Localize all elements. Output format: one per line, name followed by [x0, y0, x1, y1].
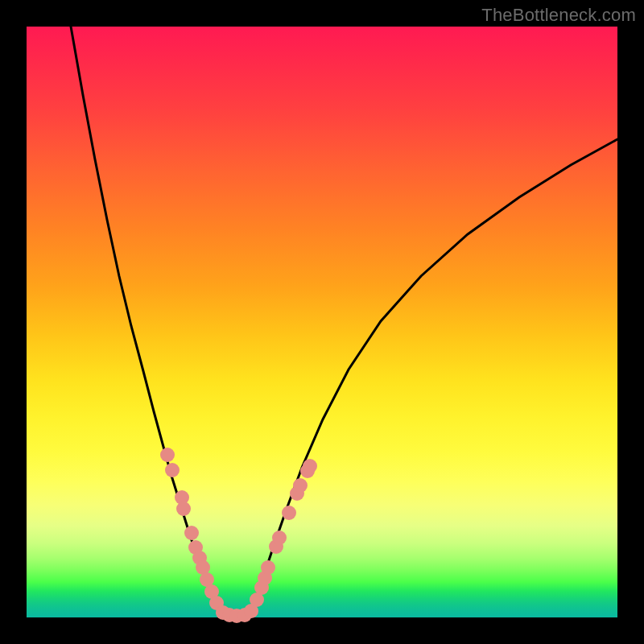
marker-dot	[293, 478, 308, 493]
marker-dot	[184, 526, 199, 540]
curve-right-branch	[249, 139, 617, 616]
curve-left-branch	[71, 27, 222, 616]
outer-frame: TheBottleneck.com	[0, 0, 644, 644]
marker-dot	[303, 459, 317, 473]
marker-dot	[160, 448, 175, 462]
marker-dot	[261, 560, 275, 575]
marker-dots-group	[160, 448, 317, 623]
marker-dot	[176, 502, 191, 516]
chart-svg	[27, 27, 617, 617]
marker-dot	[272, 530, 287, 545]
marker-dot	[165, 463, 180, 477]
watermark-text: TheBottleneck.com	[481, 5, 636, 26]
marker-dot	[282, 506, 296, 520]
